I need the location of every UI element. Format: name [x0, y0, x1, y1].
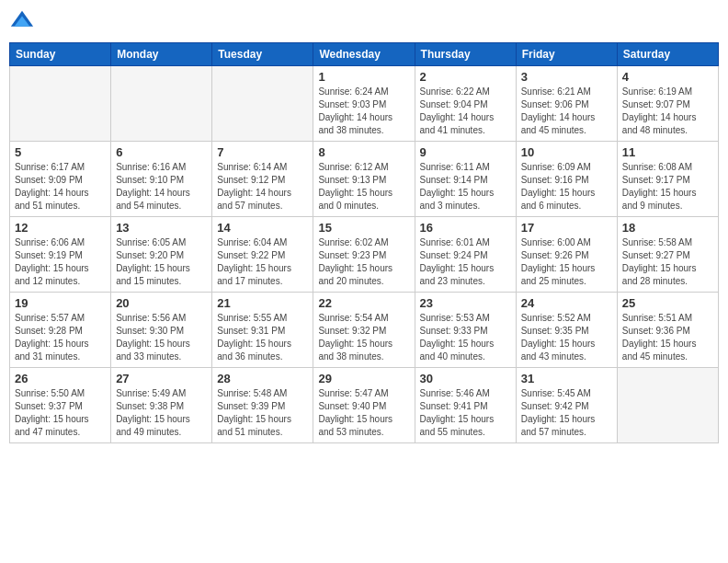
day-number: 4 — [622, 70, 713, 84]
cell-info: Sunrise: 6:09 AM Sunset: 9:16 PM Dayligh… — [521, 161, 612, 213]
day-number: 7 — [217, 145, 308, 159]
calendar-cell: 27Sunrise: 5:49 AM Sunset: 9:38 PM Dayli… — [111, 368, 212, 443]
cell-info: Sunrise: 6:00 AM Sunset: 9:26 PM Dayligh… — [521, 236, 612, 288]
calendar-cell: 31Sunrise: 5:45 AM Sunset: 9:42 PM Dayli… — [516, 368, 617, 443]
day-number: 13 — [116, 221, 207, 235]
weekday-header-monday: Monday — [111, 43, 212, 66]
page-header — [9, 9, 719, 35]
calendar-cell: 5Sunrise: 6:17 AM Sunset: 9:09 PM Daylig… — [10, 142, 111, 217]
weekday-header-friday: Friday — [516, 43, 617, 66]
calendar-cell: 12Sunrise: 6:06 AM Sunset: 9:19 PM Dayli… — [10, 217, 111, 293]
day-number: 18 — [622, 221, 713, 235]
day-number: 3 — [521, 70, 612, 84]
cell-info: Sunrise: 6:14 AM Sunset: 9:12 PM Dayligh… — [217, 161, 308, 213]
cell-info: Sunrise: 6:06 AM Sunset: 9:19 PM Dayligh… — [15, 236, 106, 288]
cell-info: Sunrise: 5:49 AM Sunset: 9:38 PM Dayligh… — [116, 387, 207, 439]
day-number: 16 — [420, 221, 511, 235]
calendar-cell — [111, 66, 212, 142]
cell-info: Sunrise: 6:01 AM Sunset: 9:24 PM Dayligh… — [420, 236, 511, 288]
day-number: 14 — [217, 221, 308, 235]
cell-info: Sunrise: 6:22 AM Sunset: 9:04 PM Dayligh… — [420, 86, 511, 137]
day-number: 28 — [217, 372, 308, 385]
calendar-cell — [617, 368, 718, 443]
cell-info: Sunrise: 6:24 AM Sunset: 9:03 PM Dayligh… — [318, 86, 409, 137]
cell-info: Sunrise: 5:53 AM Sunset: 9:33 PM Dayligh… — [420, 312, 511, 363]
calendar-cell: 25Sunrise: 5:51 AM Sunset: 9:36 PM Dayli… — [617, 293, 718, 368]
calendar-cell: 13Sunrise: 6:05 AM Sunset: 9:20 PM Dayli… — [111, 217, 212, 293]
cell-info: Sunrise: 5:56 AM Sunset: 9:30 PM Dayligh… — [116, 312, 207, 363]
calendar-cell: 23Sunrise: 5:53 AM Sunset: 9:33 PM Dayli… — [415, 293, 516, 368]
day-number: 11 — [622, 145, 713, 159]
weekday-header-saturday: Saturday — [617, 43, 718, 66]
calendar-table: SundayMondayTuesdayWednesdayThursdayFrid… — [9, 42, 719, 443]
cell-info: Sunrise: 6:16 AM Sunset: 9:10 PM Dayligh… — [116, 161, 207, 213]
calendar-cell: 28Sunrise: 5:48 AM Sunset: 9:39 PM Dayli… — [212, 368, 313, 443]
cell-info: Sunrise: 6:02 AM Sunset: 9:23 PM Dayligh… — [318, 236, 409, 288]
day-number: 17 — [521, 221, 612, 235]
day-number: 30 — [420, 372, 511, 385]
day-number: 6 — [116, 145, 207, 159]
logo-icon — [9, 9, 35, 35]
day-number: 25 — [622, 296, 713, 310]
cell-info: Sunrise: 5:55 AM Sunset: 9:31 PM Dayligh… — [217, 312, 308, 363]
cell-info: Sunrise: 5:46 AM Sunset: 9:41 PM Dayligh… — [420, 387, 511, 439]
cell-info: Sunrise: 5:45 AM Sunset: 9:42 PM Dayligh… — [521, 387, 612, 439]
day-number: 26 — [15, 372, 106, 385]
calendar-cell: 19Sunrise: 5:57 AM Sunset: 9:28 PM Dayli… — [10, 293, 111, 368]
day-number: 10 — [521, 145, 612, 159]
calendar-cell: 14Sunrise: 6:04 AM Sunset: 9:22 PM Dayli… — [212, 217, 313, 293]
cell-info: Sunrise: 6:05 AM Sunset: 9:20 PM Dayligh… — [116, 236, 207, 288]
day-number: 1 — [318, 70, 409, 84]
calendar-cell: 16Sunrise: 6:01 AM Sunset: 9:24 PM Dayli… — [415, 217, 516, 293]
calendar-cell: 18Sunrise: 5:58 AM Sunset: 9:27 PM Dayli… — [617, 217, 718, 293]
day-number: 20 — [116, 296, 207, 310]
calendar-cell: 9Sunrise: 6:11 AM Sunset: 9:14 PM Daylig… — [415, 142, 516, 217]
day-number: 15 — [318, 221, 409, 235]
calendar-cell: 26Sunrise: 5:50 AM Sunset: 9:37 PM Dayli… — [10, 368, 111, 443]
weekday-header-sunday: Sunday — [10, 43, 111, 66]
weekday-header-thursday: Thursday — [415, 43, 516, 66]
cell-info: Sunrise: 5:51 AM Sunset: 9:36 PM Dayligh… — [622, 312, 713, 363]
cell-info: Sunrise: 6:12 AM Sunset: 9:13 PM Dayligh… — [318, 161, 409, 213]
calendar-cell: 2Sunrise: 6:22 AM Sunset: 9:04 PM Daylig… — [415, 66, 516, 142]
calendar-cell: 6Sunrise: 6:16 AM Sunset: 9:10 PM Daylig… — [111, 142, 212, 217]
day-number: 8 — [318, 145, 409, 159]
cell-info: Sunrise: 5:48 AM Sunset: 9:39 PM Dayligh… — [217, 387, 308, 439]
calendar-cell: 15Sunrise: 6:02 AM Sunset: 9:23 PM Dayli… — [313, 217, 415, 293]
cell-info: Sunrise: 5:57 AM Sunset: 9:28 PM Dayligh… — [15, 312, 106, 363]
calendar-cell: 20Sunrise: 5:56 AM Sunset: 9:30 PM Dayli… — [111, 293, 212, 368]
calendar-cell: 7Sunrise: 6:14 AM Sunset: 9:12 PM Daylig… — [212, 142, 313, 217]
day-number: 2 — [420, 70, 511, 84]
day-number: 24 — [521, 296, 612, 310]
day-number: 19 — [15, 296, 106, 310]
calendar-cell: 1Sunrise: 6:24 AM Sunset: 9:03 PM Daylig… — [313, 66, 415, 142]
cell-info: Sunrise: 6:19 AM Sunset: 9:07 PM Dayligh… — [622, 86, 713, 137]
calendar-cell: 17Sunrise: 6:00 AM Sunset: 9:26 PM Dayli… — [516, 217, 617, 293]
day-number: 29 — [318, 372, 409, 385]
day-number: 31 — [521, 372, 612, 385]
cell-info: Sunrise: 6:11 AM Sunset: 9:14 PM Dayligh… — [420, 161, 511, 213]
cell-info: Sunrise: 6:04 AM Sunset: 9:22 PM Dayligh… — [217, 236, 308, 288]
day-number: 21 — [217, 296, 308, 310]
logo — [9, 9, 39, 35]
day-number: 5 — [15, 145, 106, 159]
cell-info: Sunrise: 5:58 AM Sunset: 9:27 PM Dayligh… — [622, 236, 713, 288]
weekday-header-tuesday: Tuesday — [212, 43, 313, 66]
cell-info: Sunrise: 5:54 AM Sunset: 9:32 PM Dayligh… — [318, 312, 409, 363]
cell-info: Sunrise: 6:08 AM Sunset: 9:17 PM Dayligh… — [622, 161, 713, 213]
day-number: 12 — [15, 221, 106, 235]
calendar-cell — [212, 66, 313, 142]
day-number: 9 — [420, 145, 511, 159]
calendar-cell: 24Sunrise: 5:52 AM Sunset: 9:35 PM Dayli… — [516, 293, 617, 368]
calendar-cell: 11Sunrise: 6:08 AM Sunset: 9:17 PM Dayli… — [617, 142, 718, 217]
day-number: 22 — [318, 296, 409, 310]
cell-info: Sunrise: 5:47 AM Sunset: 9:40 PM Dayligh… — [318, 387, 409, 439]
calendar-cell: 30Sunrise: 5:46 AM Sunset: 9:41 PM Dayli… — [415, 368, 516, 443]
day-number: 27 — [116, 372, 207, 385]
cell-info: Sunrise: 5:50 AM Sunset: 9:37 PM Dayligh… — [15, 387, 106, 439]
cell-info: Sunrise: 5:52 AM Sunset: 9:35 PM Dayligh… — [521, 312, 612, 363]
calendar-cell: 29Sunrise: 5:47 AM Sunset: 9:40 PM Dayli… — [313, 368, 415, 443]
calendar-cell: 8Sunrise: 6:12 AM Sunset: 9:13 PM Daylig… — [313, 142, 415, 217]
weekday-header-wednesday: Wednesday — [313, 43, 415, 66]
calendar-cell: 10Sunrise: 6:09 AM Sunset: 9:16 PM Dayli… — [516, 142, 617, 217]
